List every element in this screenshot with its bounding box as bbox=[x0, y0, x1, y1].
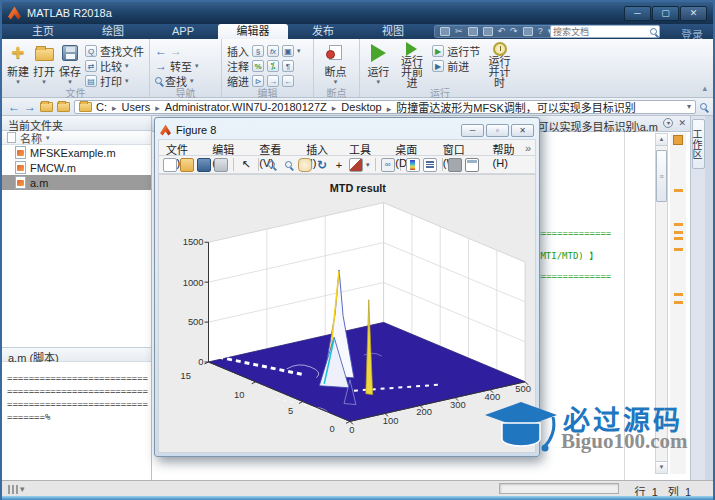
run-button[interactable]: 运行 ▾ bbox=[365, 42, 392, 85]
figure-titlebar[interactable]: Figure 8 ─ ▫ ✕ bbox=[158, 121, 536, 139]
close-button[interactable]: ✕ bbox=[680, 6, 707, 21]
breadcrumb-segment[interactable]: 防撞雷达波形为MFSK调制，可以实现多目标识别 bbox=[382, 100, 636, 114]
search-input[interactable] bbox=[553, 27, 650, 37]
ribbon-tab[interactable]: 主页 bbox=[8, 24, 78, 39]
menu-overflow-icon[interactable]: » bbox=[525, 142, 531, 154]
figure-canvas[interactable]: 0 500 1000 1500 15 10 5 0 0 100 200 300 … bbox=[158, 174, 536, 453]
editor-actions-icon[interactable]: ▾ bbox=[663, 118, 673, 128]
new-button[interactable]: + 新建 ▾ bbox=[7, 42, 29, 85]
figure-menu-item[interactable]: 插入(I) bbox=[306, 141, 337, 154]
show-plot-tools-button[interactable] bbox=[465, 158, 479, 172]
brush-dropdown-icon[interactable]: ▾ bbox=[366, 161, 370, 169]
print-figure-button[interactable] bbox=[214, 158, 228, 172]
breadcrumb[interactable]: C:UsersAdministrator.WIN7U-20180127ZDesk… bbox=[74, 100, 696, 114]
redo-icon[interactable]: ↷ bbox=[510, 26, 518, 37]
status-details-toggle[interactable]: ▾ bbox=[8, 484, 25, 494]
brush-button[interactable] bbox=[349, 158, 363, 172]
save-button[interactable]: 保存 ▾ bbox=[59, 42, 81, 85]
edit-plot-cursor-button[interactable]: ↖ bbox=[239, 158, 253, 172]
code-analyzer-indicator[interactable] bbox=[673, 135, 683, 145]
compare-button[interactable]: ⇄ 比较 ▾ bbox=[85, 59, 144, 72]
zoom-in-button[interactable] bbox=[264, 158, 278, 172]
warning-marker[interactable] bbox=[674, 248, 683, 251]
minimize-button[interactable]: ─ bbox=[624, 6, 651, 21]
run-time-button[interactable]: 运行并计时 bbox=[484, 42, 515, 85]
open-file-button[interactable] bbox=[180, 158, 194, 172]
rotate3d-button[interactable]: ↻ bbox=[315, 158, 329, 172]
file-preview-header[interactable]: a.m (脚本) bbox=[2, 347, 151, 362]
ribbon-tab[interactable]: APP bbox=[148, 24, 218, 39]
scroll-up-icon[interactable]: ▲ bbox=[656, 134, 667, 146]
figure-close-button[interactable]: ✕ bbox=[511, 124, 534, 137]
cut-icon[interactable]: ✂ bbox=[455, 26, 463, 37]
breadcrumb-segment[interactable]: Desktop bbox=[327, 101, 382, 113]
figure-minimize-button[interactable]: ─ bbox=[461, 124, 484, 137]
insert-colorbar-button[interactable] bbox=[406, 158, 420, 172]
save-figure-button[interactable] bbox=[197, 158, 211, 172]
run-advance-button[interactable]: 运行并前进 bbox=[396, 42, 428, 85]
hide-plot-tools-button[interactable] bbox=[448, 158, 462, 172]
goto-button[interactable]: → 转至 ▾ bbox=[155, 59, 199, 72]
open-button[interactable]: 打开 ▾ bbox=[33, 42, 55, 85]
breadcrumb-dropdown-icon[interactable]: ▾ bbox=[687, 102, 691, 111]
warning-marker[interactable] bbox=[674, 293, 683, 296]
browse-folder-icon[interactable] bbox=[57, 102, 70, 112]
ribbon-tab[interactable]: 发布 bbox=[288, 24, 358, 39]
new-figure-button[interactable] bbox=[163, 158, 177, 172]
search-icon[interactable] bbox=[650, 28, 657, 35]
file-row[interactable]: FMCW.m bbox=[2, 160, 151, 175]
save-icon[interactable] bbox=[440, 27, 450, 36]
link-plot-button[interactable]: ∞ bbox=[381, 158, 395, 172]
ribbon-tab[interactable]: 视图 bbox=[358, 24, 428, 39]
addressbar-search-icon[interactable] bbox=[700, 103, 707, 110]
nav-forward-icon[interactable]: → bbox=[24, 100, 36, 114]
figure-menu-item[interactable]: 文件(F) bbox=[166, 141, 200, 154]
ribbon-tab[interactable]: 绘图 bbox=[78, 24, 148, 39]
name-column-header[interactable]: 名称 ▾ bbox=[2, 131, 151, 145]
figure-restore-button[interactable]: ▫ bbox=[486, 124, 509, 137]
breadcrumb-segment[interactable]: Users bbox=[107, 101, 150, 113]
pan-button[interactable] bbox=[298, 158, 312, 172]
data-cursor-button[interactable]: + bbox=[332, 158, 346, 172]
workspace-tab[interactable]: 工作区 bbox=[692, 119, 705, 169]
folder-up-icon[interactable] bbox=[40, 102, 53, 112]
warning-marker[interactable] bbox=[674, 223, 683, 226]
figure-menu-item[interactable]: 桌面(D) bbox=[395, 141, 430, 154]
editor-close-icon[interactable]: ✕ bbox=[678, 118, 686, 128]
figure-menu-item[interactable]: 工具(T) bbox=[349, 141, 383, 154]
warning-marker[interactable] bbox=[674, 189, 683, 192]
figure-menu-item[interactable]: 查看(V) bbox=[259, 141, 294, 154]
forward-icon[interactable]: → bbox=[170, 44, 182, 58]
figure-menu-item[interactable]: 编辑(E) bbox=[212, 141, 247, 154]
run-section-button[interactable]: ▶ 运行节 bbox=[432, 44, 480, 57]
advance-button[interactable]: ▶ 前进 bbox=[432, 59, 480, 72]
figure-menu-item[interactable]: 帮助(H) bbox=[493, 141, 528, 154]
help-icon[interactable]: ? bbox=[538, 26, 543, 37]
insert-button[interactable]: 插入 § fx ▣ ▾ bbox=[227, 44, 301, 57]
file-row[interactable]: MFSKExample.m bbox=[2, 145, 151, 160]
maximize-button[interactable]: ▢ bbox=[652, 6, 679, 21]
paste-icon[interactable] bbox=[483, 27, 493, 36]
back-icon[interactable]: ← bbox=[155, 44, 167, 58]
scrollbar-thumb[interactable]: ≡ bbox=[656, 150, 667, 202]
figure-menu-item[interactable]: 窗口(W) bbox=[443, 141, 481, 154]
nav-back-icon[interactable]: ← bbox=[8, 100, 20, 114]
doc-search-field[interactable] bbox=[550, 25, 660, 38]
breadcrumb-segment[interactable]: C: bbox=[96, 101, 107, 113]
file-row[interactable]: a.m bbox=[2, 175, 151, 190]
ribbon-tab[interactable]: 编辑器 bbox=[218, 24, 288, 39]
scroll-down-icon[interactable]: ▼ bbox=[656, 461, 667, 473]
switch-window-icon[interactable] bbox=[523, 27, 533, 36]
breakpoints-button[interactable]: 断点 ▾ bbox=[319, 42, 352, 85]
insert-legend-button[interactable] bbox=[423, 158, 437, 172]
find-files-button[interactable]: Q 查找文件 bbox=[85, 44, 144, 57]
warning-marker[interactable] bbox=[674, 231, 683, 234]
zoom-out-button[interactable] bbox=[281, 158, 295, 172]
copy-icon[interactable] bbox=[468, 27, 478, 36]
warning-marker[interactable] bbox=[674, 301, 683, 304]
comment-button[interactable]: 注释 % ⁒ ¶ bbox=[227, 59, 301, 72]
warning-marker[interactable] bbox=[674, 237, 683, 240]
breadcrumb-segment[interactable]: Administrator.WIN7U-20180127Z bbox=[150, 101, 327, 113]
undo-icon[interactable]: ↶ bbox=[498, 26, 506, 37]
ribbon-collapse-icon[interactable]: ▴ bbox=[702, 83, 707, 93]
